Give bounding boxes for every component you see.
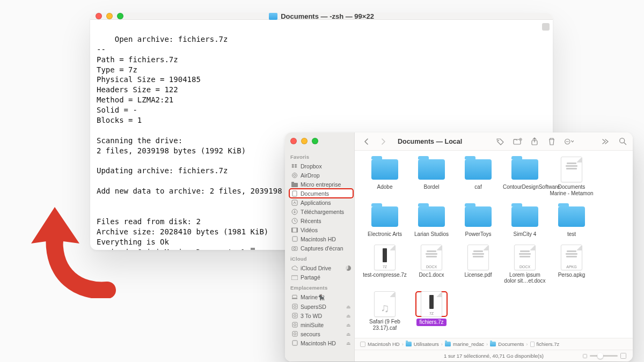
sidebar-item[interactable]: SupersSD ⏏︎	[289, 302, 353, 311]
svg-rect-15	[292, 295, 297, 298]
files-grid[interactable]: Adobe Bordel caf ContourDesignSoftware D…	[355, 151, 633, 338]
path-segment[interactable]: Macintosh HD	[368, 341, 400, 347]
sidebar-item[interactable]: Téléchargements	[289, 207, 353, 216]
minimize-button[interactable]	[106, 13, 113, 19]
zoom-button[interactable]	[312, 138, 318, 144]
sidebar-item-label: SupersSD	[301, 304, 326, 310]
sidebar-item[interactable]: Macintosh HD	[289, 234, 353, 243]
overflow-icon[interactable]	[601, 137, 610, 146]
sidebar-item[interactable]: Partagé	[289, 272, 353, 282]
path-segment[interactable]: Documents	[498, 341, 524, 347]
finder-sidebar[interactable]: Favoris Dropbox AirDrop Micro entreprise…	[285, 132, 355, 361]
svg-point-32	[568, 141, 569, 142]
file-item[interactable]: Documents Marine - Metamon	[549, 157, 594, 199]
sidebar-item-label: iCloud Drive	[301, 265, 331, 271]
svg-point-25	[498, 140, 499, 141]
file-item[interactable]: DOCX Lorem ipsum dolor sit…et.docx	[502, 245, 547, 287]
sidebar-item[interactable]: Marine🐈‍⬛	[289, 292, 353, 302]
close-button[interactable]	[290, 138, 297, 144]
file-item[interactable]: APKG Perso.apkg	[549, 245, 594, 287]
svg-rect-5	[292, 200, 297, 205]
file-label: Perso.apkg	[558, 272, 586, 278]
sidebar-item[interactable]: miniSuite ⏏︎	[289, 320, 353, 329]
sidebar-item-label: Applications	[301, 200, 331, 206]
path-segment[interactable]: marine_redac	[453, 341, 484, 347]
sidebar-item[interactable]: Vidéos	[289, 225, 353, 234]
back-button[interactable]	[361, 137, 371, 146]
path-segment[interactable]: fichiers.7z	[537, 341, 560, 347]
sidebar-item[interactable]: Applications	[289, 198, 353, 207]
file-label: Doc1.docx	[419, 272, 444, 278]
eject-icon[interactable]: ⏏︎	[346, 304, 351, 309]
traffic-lights	[290, 138, 318, 144]
svg-point-23	[294, 333, 296, 335]
document-icon: DOCX	[514, 245, 536, 270]
file-item[interactable]: DOCX Doc1.docx	[409, 245, 454, 287]
file-item[interactable]: caf	[456, 157, 501, 199]
finder-toolbar[interactable]: Documents — Local	[355, 132, 633, 151]
finder-pathbar[interactable]: Macintosh HD › Utilisateurs › marine_red…	[355, 338, 633, 350]
share-icon[interactable]	[530, 137, 539, 146]
tags-icon[interactable]	[495, 137, 505, 146]
sidebar-header-emplacements: Emplacements	[290, 285, 352, 291]
svg-rect-11	[292, 237, 297, 241]
eject-icon[interactable]: ⏏︎	[346, 313, 351, 319]
file-label: Electronic Arts	[368, 231, 402, 238]
sidebar-item[interactable]: 3 To WD ⏏︎	[289, 311, 353, 320]
file-item[interactable]: ContourDesignSoftware	[502, 157, 547, 199]
finder-statusbar: 1 sur 17 sélectionné, 40,71 Go disponibl…	[355, 350, 633, 361]
eject-icon[interactable]: ⏏︎	[346, 331, 351, 337]
eject-icon[interactable]: ⏏︎	[346, 322, 351, 328]
sidebar-item[interactable]: iCloud Drive	[289, 263, 353, 272]
file-item[interactable]: ♫ Safari (9 Feb 23.17).caf	[362, 292, 407, 334]
file-item[interactable]: Bordel	[409, 157, 454, 199]
eject-icon[interactable]: ⏏︎	[346, 341, 351, 346]
scrollbar-icon[interactable]	[542, 23, 550, 31]
file-item[interactable]: test	[549, 204, 594, 240]
sidebar-item-label: Macintosh HD	[301, 236, 336, 242]
action-menu-icon[interactable]	[564, 137, 574, 146]
sidebar-item[interactable]: Récents	[289, 216, 353, 225]
file-label: Documents Marine - Metamon	[550, 184, 594, 196]
finder-title: Documents — Local	[398, 138, 462, 145]
sidebar-header-favoris: Favoris	[290, 154, 352, 160]
finder-window[interactable]: Favoris Dropbox AirDrop Micro entreprise…	[285, 132, 633, 361]
zoom-button[interactable]	[117, 13, 123, 19]
file-item[interactable]: SimCity 4	[502, 204, 547, 240]
folder-icon	[511, 206, 538, 227]
sidebar-item[interactable]: Documents	[289, 189, 353, 198]
icon-size-slider[interactable]	[583, 353, 626, 359]
sidebar-item[interactable]: secours ⏏︎	[289, 329, 353, 338]
file-item[interactable]: 7Z test-compresse.7z	[362, 245, 407, 287]
disk-icon	[360, 342, 365, 347]
close-button[interactable]	[96, 13, 102, 19]
file-item[interactable]: PowerToys	[456, 204, 501, 240]
sidebar-item[interactable]: Micro entreprise	[289, 180, 353, 189]
ext-icon	[291, 331, 298, 337]
file-item[interactable]: Electronic Arts	[362, 204, 407, 240]
sidebar-item[interactable]: Captures d'écran	[289, 243, 353, 253]
trash-icon[interactable]	[547, 137, 557, 146]
folder-icon	[269, 13, 277, 20]
sidebar-item-label: Dropbox	[301, 163, 322, 169]
path-segment[interactable]: Utilisateurs	[414, 341, 439, 347]
new-folder-icon[interactable]	[513, 137, 522, 146]
forward-button[interactable]	[378, 137, 388, 146]
sidebar-item-label: Captures d'écran	[301, 245, 343, 252]
terminal-titlebar[interactable]: Documents — -zsh — 99×22	[90, 13, 553, 20]
file-item[interactable]: Adobe	[362, 157, 407, 199]
sidebar-item[interactable]: Macintosh HD ⏏︎	[289, 338, 353, 348]
sidebar-item[interactable]: AirDrop	[289, 171, 353, 180]
arrow-icon	[21, 202, 129, 298]
file-item[interactable]: License.pdf	[456, 245, 501, 287]
file-item[interactable]: 7Z fichiers.7z	[409, 292, 454, 334]
minimize-button[interactable]	[301, 138, 308, 144]
sidebar-item-label: Marine🐈‍⬛	[301, 294, 325, 301]
app-icon	[291, 200, 298, 206]
file-item[interactable]: Larian Studios	[409, 204, 454, 240]
svg-rect-14	[291, 276, 298, 280]
down-icon	[291, 209, 298, 215]
search-icon[interactable]	[618, 137, 627, 146]
archive-icon: 7Z	[374, 245, 396, 270]
sidebar-item[interactable]: Dropbox	[289, 161, 353, 171]
